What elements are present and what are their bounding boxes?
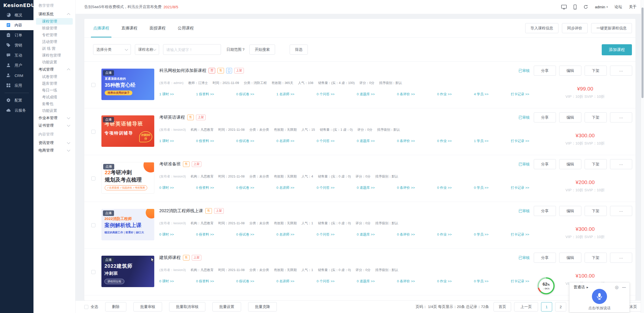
submenu-group-exam-mgmt[interactable]: 考试管理 bbox=[33, 66, 75, 73]
course-stat-link[interactable]: 打卡记录 >> bbox=[511, 92, 529, 97]
sync-reviews-button[interactable]: 同步评价 bbox=[562, 23, 588, 33]
course-stat-link[interactable]: 0 学员 >> bbox=[474, 279, 488, 284]
course-stat-link[interactable]: 0 条评价 >> bbox=[397, 186, 415, 190]
off-shelf-button[interactable]: 下架 bbox=[585, 112, 607, 122]
delete-button[interactable]: 删除 bbox=[105, 302, 126, 311]
course-stat-link[interactable]: 0 个问答 >> bbox=[317, 139, 334, 143]
batch-settings-button[interactable]: 批量设置 bbox=[212, 302, 241, 311]
course-thumbnail[interactable]: 点播直通顶级名校的35种教育心经培养出优秀好孩子 bbox=[101, 69, 154, 100]
course-stat-link[interactable]: 0 课时 >> bbox=[159, 186, 174, 190]
tab-live[interactable]: 直播课程 bbox=[121, 19, 137, 37]
submenu-item-exam-results[interactable]: 考试成绩 bbox=[36, 94, 73, 100]
submenu-item-exam-settings[interactable]: 功能设置 bbox=[36, 107, 73, 114]
add-course-button[interactable]: 添加课程 bbox=[602, 44, 632, 55]
refresh-icon[interactable] bbox=[583, 5, 588, 9]
batch-audit-button[interactable]: 批量审核 bbox=[133, 302, 162, 311]
submenu-item-course-settings[interactable]: 功能设置 bbox=[36, 59, 73, 65]
more-button[interactable]: ··· bbox=[610, 253, 632, 263]
edit-button[interactable]: 编辑 bbox=[559, 112, 581, 122]
submenu-group-certificate-mgmt[interactable]: 证书管理 bbox=[33, 122, 75, 129]
off-shelf-button[interactable]: 下架 bbox=[585, 159, 607, 169]
download-progress-widget[interactable]: 62% ↓ 0K/s bbox=[538, 277, 555, 294]
course-stat-link[interactable]: 0 个问答 >> bbox=[317, 232, 334, 237]
course-stat-link[interactable]: 打卡记录 >> bbox=[511, 279, 529, 284]
share-button[interactable]: 分享 bbox=[534, 112, 556, 122]
course-stat-link[interactable]: 0 份试卷 >> bbox=[236, 279, 254, 284]
edit-button[interactable]: 编辑 bbox=[559, 253, 581, 263]
batch-clone-button[interactable]: 批量克隆 bbox=[248, 302, 277, 311]
microphone-button[interactable] bbox=[592, 289, 607, 304]
course-stat-link[interactable]: 0 作业 >> bbox=[437, 279, 452, 284]
course-stat-link[interactable]: 0 课时 >> bbox=[159, 232, 174, 237]
submenu-group-homework-mgmt[interactable]: 作业本管理 bbox=[33, 114, 75, 122]
course-title[interactable]: 考研准备班 bbox=[159, 161, 181, 167]
course-stat-link[interactable]: 0 学员 >> bbox=[474, 232, 488, 237]
course-stat-link[interactable]: 0 个问答 >> bbox=[317, 92, 334, 97]
course-stat-link[interactable]: 0 作业 >> bbox=[437, 232, 452, 237]
share-button[interactable]: 分享 bbox=[534, 66, 556, 76]
course-stat-link[interactable]: 0 个问答 >> bbox=[317, 279, 334, 284]
tab-offline[interactable]: 面授课程 bbox=[149, 19, 166, 37]
course-stat-link[interactable]: 4 学员 >> bbox=[474, 92, 488, 97]
course-stat-link[interactable]: 0 个问答 >> bbox=[317, 186, 334, 190]
course-stat-link[interactable]: 0 份试卷 >> bbox=[236, 139, 254, 143]
course-stat-link[interactable]: 0 道题库 >> bbox=[357, 186, 375, 190]
course-thumbnail[interactable]: 点播考研英语辅导班专项特训辅导冲刺80分 bbox=[101, 115, 154, 147]
mobile-icon[interactable] bbox=[574, 5, 577, 10]
course-stat-link[interactable]: 0 条评价 >> bbox=[397, 139, 415, 143]
rail-item-marketing[interactable]: 营销 bbox=[0, 40, 33, 50]
course-stat-link[interactable]: 0 作业 >> bbox=[437, 186, 452, 190]
edit-button[interactable]: 编辑 bbox=[559, 206, 581, 216]
course-title[interactable]: 建筑师课程 bbox=[159, 255, 181, 260]
rail-item-orders[interactable]: 订单 bbox=[0, 30, 33, 40]
course-stat-link[interactable]: 0 名讲师 >> bbox=[276, 232, 294, 237]
about-link[interactable]: 关于 bbox=[629, 5, 636, 9]
import-course-info-button[interactable]: 导入课程信息 bbox=[525, 23, 558, 33]
course-stat-link[interactable]: 0 份试卷 >> bbox=[236, 92, 254, 97]
course-title[interactable]: 2022消防工程师线上课 bbox=[159, 208, 203, 214]
scrollbar-track[interactable] bbox=[641, 0, 644, 313]
course-stat-link[interactable]: 0 份资料 >> bbox=[196, 279, 214, 284]
submenu-item-course-mgmt[interactable]: 课程管理 bbox=[36, 18, 73, 25]
submenu-item-meal-package[interactable]: 套餐包 bbox=[36, 101, 73, 107]
submenu-item-paper-mgmt[interactable]: 试卷管理 bbox=[36, 73, 73, 80]
course-stat-link[interactable]: 0 条评价 >> bbox=[397, 232, 415, 237]
page-1-button[interactable]: 1 bbox=[541, 302, 552, 311]
share-button[interactable]: 分享 bbox=[534, 253, 556, 263]
course-stat-link[interactable]: 0 名讲师 >> bbox=[276, 139, 294, 143]
more-button[interactable]: ··· bbox=[610, 159, 632, 169]
course-stat-link[interactable]: 0 份资料 >> bbox=[196, 186, 214, 190]
course-stat-link[interactable]: 0 道题库 >> bbox=[357, 92, 375, 97]
course-checkbox[interactable] bbox=[91, 176, 95, 181]
course-checkbox[interactable] bbox=[91, 270, 95, 274]
course-stat-link[interactable]: 0 作业 >> bbox=[437, 92, 452, 97]
course-thumbnail[interactable]: 点播2022建筑师冲刺班课程招生啦 bbox=[101, 256, 154, 287]
rail-item-overview[interactable]: 概况 bbox=[0, 10, 33, 20]
course-stat-link[interactable]: 1 份资料 >> bbox=[196, 92, 214, 97]
user-menu[interactable]: admin ▾ bbox=[595, 5, 608, 9]
submenu-item-daily-practice[interactable]: 每日一练 bbox=[36, 87, 73, 94]
course-stat-link[interactable]: 0 份试卷 >> bbox=[236, 186, 254, 190]
course-stat-link[interactable]: 打卡记录 >> bbox=[511, 232, 529, 237]
more-button[interactable]: ··· bbox=[610, 206, 632, 216]
course-stat-link[interactable]: 打卡记录 >> bbox=[511, 186, 529, 190]
off-shelf-button[interactable]: 下架 bbox=[585, 253, 607, 263]
course-stat-link[interactable]: 0 道题库 >> bbox=[357, 139, 375, 143]
submenu-group-ecommerce-mgmt[interactable]: 电商管理 bbox=[33, 147, 75, 154]
course-title[interactable]: 科汛网校如何添加新课程 bbox=[159, 68, 206, 73]
submenu-item-activity-mgmt[interactable]: 活动管理 bbox=[36, 38, 73, 45]
course-checkbox[interactable] bbox=[91, 223, 95, 227]
course-checkbox[interactable] bbox=[91, 130, 95, 134]
course-stat-link[interactable]: 0 份资料 >> bbox=[196, 232, 214, 237]
edit-button[interactable]: 编辑 bbox=[559, 66, 581, 76]
voice-language-select[interactable]: 普通话 bbox=[574, 285, 585, 290]
submenu-item-training-camp[interactable]: 训 练 营 bbox=[36, 45, 73, 52]
course-stat-link[interactable]: 0 条评价 >> bbox=[397, 92, 415, 97]
course-stat-link[interactable]: 0 份试卷 >> bbox=[236, 232, 254, 237]
page-prev-button[interactable]: 上一页 bbox=[514, 302, 538, 311]
course-stat-link[interactable]: 0 道题库 >> bbox=[357, 279, 375, 284]
tab-vod[interactable]: 点播课程 bbox=[93, 19, 109, 37]
scrollbar-thumb[interactable] bbox=[641, 8, 643, 98]
course-stat-link[interactable]: 0 份资料 >> bbox=[196, 139, 214, 143]
page-first-button[interactable]: 首页 bbox=[494, 302, 511, 311]
